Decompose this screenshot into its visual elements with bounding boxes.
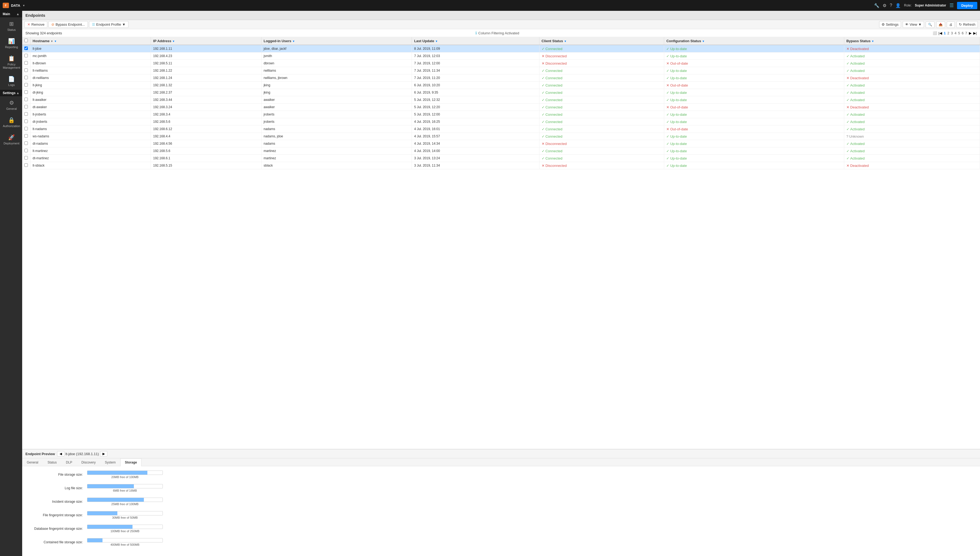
sidebar-item-deployment[interactable]: 🚀 Deployment [0, 131, 22, 148]
row-checkbox[interactable] [24, 98, 28, 101]
page-first-icon[interactable]: |◀ [939, 31, 942, 35]
select-all-checkbox[interactable] [24, 39, 28, 42]
storage-label: Database fingerprint storage size: [29, 527, 83, 530]
row-checkbox[interactable] [24, 54, 28, 57]
cell-hostname: lt-nadams [30, 126, 151, 133]
preview-next-btn[interactable]: ▶ [100, 451, 107, 456]
page-3[interactable]: 3 [951, 31, 953, 35]
sidebar-item-reporting[interactable]: 📊 Reporting [0, 35, 22, 52]
deploy-button[interactable]: Deploy [957, 2, 977, 9]
th-config-filter[interactable]: ▼ [702, 40, 705, 43]
row-checkbox[interactable] [24, 141, 28, 145]
page-7[interactable]: 7 [965, 31, 967, 35]
cell-ip: 192.168.5.15 [151, 162, 261, 169]
tab-general[interactable]: General [22, 458, 43, 466]
settings-icon[interactable]: ⚙ [883, 3, 886, 8]
table-row[interactable]: lt-sblack192.168.5.15sblack3 Jul. 2019, … [22, 162, 980, 169]
sidebar-collapse-arrow[interactable]: ▲ [16, 12, 19, 16]
table-row[interactable]: lt-rwilliams192.168.1.22rwilliams7 Jul. … [22, 67, 980, 74]
table-row[interactable]: lt-martinez192.168.5.6martinez4 Jul. 201… [22, 147, 980, 155]
sidebar-item-authorization[interactable]: 🔒 Authorization [0, 113, 22, 131]
row-checkbox[interactable] [24, 76, 28, 79]
table-row[interactable]: ws-nadams192.168.4.4nadams, jdoe4 Jul. 2… [22, 133, 980, 140]
row-checkbox[interactable] [24, 120, 28, 123]
page-5[interactable]: 5 [958, 31, 960, 35]
row-checkbox[interactable] [24, 163, 28, 167]
tab-system[interactable]: System [100, 458, 120, 466]
row-checkbox[interactable] [24, 83, 28, 87]
row-checkbox[interactable] [24, 127, 28, 130]
table-row[interactable]: mc-jsmith192.168.4.23jsmith7 Jul. 2019, … [22, 52, 980, 60]
tab-discovery[interactable]: Discovery [77, 458, 100, 466]
cell-ip: 192.168.3.44 [151, 96, 261, 103]
zoom-icon-btn[interactable]: 🔍 [926, 21, 935, 28]
sidebar-settings-collapse[interactable]: ▲ [16, 91, 19, 95]
th-bypass-filter[interactable]: ▼ [872, 40, 874, 43]
table-row[interactable]: dt-jking192.168.2.37jking6 Jul. 2019, 9:… [22, 89, 980, 96]
export-table-icon[interactable]: ⬜ [933, 31, 937, 35]
sidebar-item-status[interactable]: ⊞ Status [0, 17, 22, 35]
row-checkbox[interactable] [24, 61, 28, 65]
table-row[interactable]: dt-nadams192.168.4.56nadams4 Jul. 2019, … [22, 140, 980, 147]
remove-button[interactable]: ✕ Remove [24, 21, 47, 28]
sidebar-item-policy[interactable]: 📋 Policy Management [0, 52, 22, 73]
sidebar-item-general[interactable]: ⚙ General [0, 96, 22, 113]
table-row[interactable]: dt-martinez192.168.6.1martinez3 Jul. 201… [22, 155, 980, 162]
preview-prev-btn[interactable]: ◀ [57, 451, 65, 456]
app-dropdown-arrow[interactable]: ▼ [23, 4, 25, 7]
list-view-icon[interactable]: ☰ [949, 2, 954, 8]
th-select-all[interactable] [22, 37, 30, 45]
row-checkbox[interactable] [24, 134, 28, 137]
tab-dlp[interactable]: DLP [61, 458, 77, 466]
row-checkbox[interactable] [24, 68, 28, 72]
settings-button[interactable]: ⚙ Settings [879, 21, 901, 28]
table-row[interactable]: lt-jking192.168.1.32jking6 Jul. 2019, 10… [22, 82, 980, 89]
sidebar: Main ▲ ⊞ Status 📊 Reporting 📋 Policy Man… [0, 11, 22, 556]
page-next-icon[interactable]: ▶ [969, 31, 972, 35]
cell-bypass-status: ✕ Deactivated [844, 103, 980, 111]
table-row[interactable]: dt-awaker192.168.3.24awalker5 Jul. 2019,… [22, 103, 980, 111]
row-checkbox[interactable] [24, 112, 28, 116]
page-last-icon[interactable]: ▶| [973, 31, 977, 35]
table-row[interactable]: lt-jroberts192.168.3.4jroberts5 Jul. 201… [22, 111, 980, 118]
cell-users: nadams, jdoe [261, 133, 412, 140]
bypass-button[interactable]: ⊘ Bypass Endpoint... [48, 21, 88, 28]
storage-label: Contained file storage size: [29, 540, 83, 544]
print-icon-btn[interactable]: 🖨 [947, 21, 955, 28]
user-icon[interactable]: 👤 [895, 3, 901, 8]
th-ip-filter[interactable]: ▼ [172, 40, 175, 43]
table-row[interactable]: lt-nadams192.168.6.12nadams4 Jul. 2019, … [22, 126, 980, 133]
table-row[interactable]: lt-jdoe192.168.1.11jdoe, dbar, jackf8 Ju… [22, 45, 980, 52]
row-checkbox[interactable] [24, 156, 28, 160]
row-checkbox[interactable] [24, 105, 28, 108]
tab-storage[interactable]: Storage [120, 458, 142, 466]
cell-config-status: ✓ Up-to-date [664, 67, 844, 74]
help-icon[interactable]: ? [890, 3, 892, 8]
export-icon-btn[interactable]: 📤 [936, 21, 945, 28]
storage-bar-container: 6MB free of 16MB [87, 484, 974, 492]
th-hostname-filter[interactable]: ▼ [54, 40, 57, 43]
page-4[interactable]: 4 [954, 31, 956, 35]
cell-client-status: ✓ Connected [539, 67, 664, 74]
page-1[interactable]: 1 [944, 31, 946, 35]
table-row[interactable]: dt-jroberts192.168.5.6jroberts4 Jul. 201… [22, 118, 980, 126]
th-users-filter[interactable]: ▼ [292, 40, 295, 43]
profile-button[interactable]: ☰ Endpoint Profile ▼ [89, 21, 129, 28]
th-hostname-sort[interactable]: ▼ [50, 40, 53, 43]
th-client-filter[interactable]: ▼ [564, 40, 567, 43]
table-row[interactable]: lt-dbrown192.168.5.11dbrown7 Jul. 2019, … [22, 60, 980, 67]
row-checkbox[interactable] [24, 91, 28, 94]
tab-status[interactable]: Status [43, 458, 61, 466]
row-checkbox[interactable] [24, 47, 28, 50]
row-checkbox[interactable] [24, 149, 28, 152]
page-6[interactable]: 6 [962, 31, 964, 35]
page-2[interactable]: 2 [947, 31, 949, 35]
view-button[interactable]: 👁 View ▼ [903, 21, 924, 28]
th-update-filter[interactable]: ▼ [435, 40, 438, 43]
wrench-icon[interactable]: 🔧 [874, 3, 880, 8]
refresh-button[interactable]: ↻ Refresh [956, 21, 978, 28]
cell-users: martinez [261, 155, 412, 162]
table-row[interactable]: lt-awalker192.168.3.44awalker5 Jul. 2019… [22, 96, 980, 103]
sidebar-item-logs[interactable]: 📄 Logs [0, 73, 22, 90]
table-row[interactable]: dt-rwilliams192.168.1.24rwilliams, jbrow… [22, 74, 980, 82]
